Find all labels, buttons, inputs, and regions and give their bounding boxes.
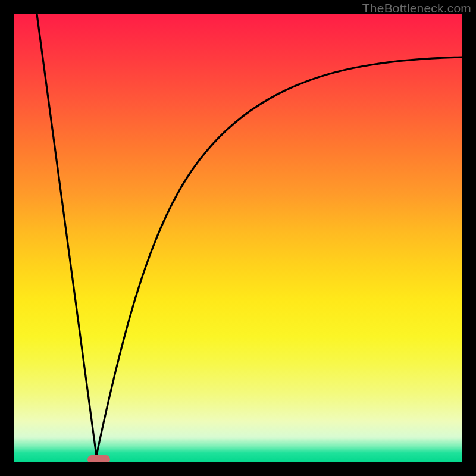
plot-area: [14, 14, 462, 462]
optimal-marker: [87, 455, 110, 462]
chart-frame: TheBottleneck.com: [0, 0, 476, 476]
watermark-text: TheBottleneck.com: [362, 1, 471, 15]
bottleneck-curve: [14, 14, 462, 462]
